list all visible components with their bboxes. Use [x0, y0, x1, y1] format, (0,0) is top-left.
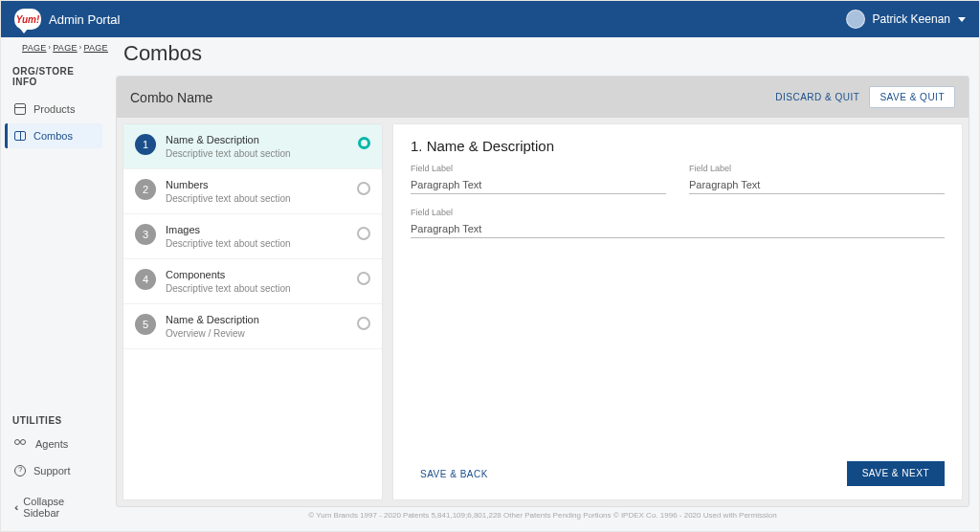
page-title: Combos [116, 37, 969, 76]
sidebar-item-label: Combos [33, 130, 73, 142]
step-item[interactable]: 4 Components Descriptive text about sect… [123, 259, 382, 304]
sidebar: PAGE›PAGE›PAGE ORG/STORE INFO Products C… [1, 37, 106, 531]
status-ring-icon [358, 137, 370, 149]
text-input[interactable] [689, 176, 945, 194]
collapse-label: Collapse Sidebar [23, 496, 93, 519]
status-ring-icon [357, 272, 370, 285]
step-number: 3 [135, 224, 156, 245]
text-input[interactable] [411, 176, 666, 194]
step-number: 5 [135, 314, 156, 335]
field-label: Field Label [411, 164, 666, 173]
form-heading: 1. Name & Description [411, 138, 945, 154]
avatar-icon [846, 10, 865, 29]
form-field: Field Label [411, 164, 666, 194]
sidebar-item-support[interactable]: Support [5, 458, 102, 483]
step-list: 1 Name & Description Descriptive text ab… [122, 123, 383, 500]
breadcrumb: PAGE›PAGE›PAGE [5, 37, 102, 53]
sidebar-section-label: ORG/STORE INFO [5, 53, 102, 97]
step-item[interactable]: 5 Name & Description Overview / Review [123, 304, 382, 349]
sidebar-item-label: Agents [35, 438, 68, 450]
status-ring-icon [357, 227, 370, 240]
status-ring-icon [357, 182, 370, 195]
step-item[interactable]: 1 Name & Description Descriptive text ab… [123, 124, 382, 169]
step-title: Name & Description [166, 134, 348, 145]
chevron-down-icon [958, 17, 966, 22]
chevrons-left-icon: ‹‹ [14, 501, 15, 513]
breadcrumb-item[interactable]: PAGE [22, 43, 47, 53]
sidebar-item-combos[interactable]: Combos [5, 123, 102, 148]
step-desc: Descriptive text about section [166, 283, 347, 294]
step-title: Images [166, 224, 347, 235]
step-desc: Descriptive text about section [166, 193, 347, 204]
user-name: Patrick Keenan [873, 12, 950, 26]
step-number: 4 [135, 269, 156, 290]
sidebar-item-label: Products [33, 103, 75, 115]
save-back-button[interactable]: SAVE & BACK [411, 463, 498, 485]
panel-title: Combo Name [130, 90, 212, 105]
status-ring-icon [357, 317, 370, 330]
collapse-sidebar-button[interactable]: ‹‹ Collapse Sidebar [5, 489, 102, 525]
support-icon [14, 465, 26, 477]
brand-logo: Yum! Admin Portal [14, 9, 120, 30]
box-icon [14, 103, 26, 115]
text-input[interactable] [411, 220, 945, 238]
step-desc: Descriptive text about section [166, 238, 347, 249]
user-menu[interactable]: Patrick Keenan [846, 10, 966, 29]
step-number: 1 [135, 134, 156, 155]
sidebar-section-label: UTILITIES [5, 406, 102, 432]
editor-panel: Combo Name DISCARD & QUIT SAVE & QUIT 1 … [116, 76, 969, 507]
step-item[interactable]: 3 Images Descriptive text about section [123, 214, 382, 259]
app-header: Yum! Admin Portal Patrick Keenan [1, 1, 979, 37]
field-label: Field Label [411, 208, 945, 217]
step-title: Components [166, 269, 347, 280]
step-number: 2 [135, 179, 156, 200]
logo-icon: Yum! [14, 9, 41, 30]
app-title: Admin Portal [49, 12, 120, 27]
panel-header: Combo Name DISCARD & QUIT SAVE & QUIT [117, 77, 969, 118]
book-icon [14, 131, 26, 141]
breadcrumb-item[interactable]: PAGE [83, 43, 108, 53]
sidebar-item-products[interactable]: Products [5, 97, 102, 122]
save-quit-button[interactable]: SAVE & QUIT [869, 86, 955, 108]
step-item[interactable]: 2 Numbers Descriptive text about section [123, 169, 382, 214]
step-title: Name & Description [166, 314, 347, 325]
form-field: Field Label [689, 164, 945, 194]
breadcrumb-item[interactable]: PAGE [53, 43, 78, 53]
step-title: Numbers [166, 179, 347, 190]
main-content: Combos Combo Name DISCARD & QUIT SAVE & … [106, 37, 979, 531]
save-next-button[interactable]: SAVE & NEXT [847, 461, 945, 486]
form-field: Field Label [411, 208, 945, 238]
legal-footer: © Yum Brands 1997 - 2020 Patents 5,841,1… [116, 507, 969, 521]
sidebar-item-label: Support [33, 465, 71, 477]
step-desc: Descriptive text about section [166, 148, 348, 159]
sidebar-item-agents[interactable]: Agents [5, 432, 102, 456]
field-label: Field Label [689, 164, 945, 173]
form-panel: 1. Name & Description Field Label Field … [392, 123, 963, 500]
people-icon [14, 439, 28, 449]
discard-quit-button[interactable]: DISCARD & QUIT [766, 86, 869, 108]
step-desc: Overview / Review [166, 328, 347, 339]
